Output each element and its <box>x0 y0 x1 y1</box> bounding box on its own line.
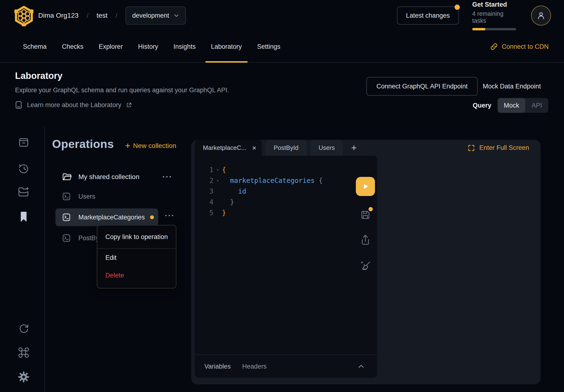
enter-fullscreen-button[interactable]: Enter Full Screen <box>468 140 529 156</box>
menu-item-copy-link[interactable]: Copy link to operation <box>97 225 176 248</box>
operation-label: MarketplaceCategories <box>78 214 145 221</box>
operation-row-users[interactable]: Users <box>44 189 191 204</box>
code-line: 2 ▾ marketplaceCategories { <box>195 175 323 186</box>
variables-tab[interactable]: Variables <box>204 363 231 370</box>
user-avatar[interactable] <box>531 5 551 26</box>
code-line: 4 } <box>195 197 323 208</box>
learn-more-link[interactable]: Learn more about the Laboratory <box>15 101 132 109</box>
bookmark-icon[interactable] <box>18 211 29 223</box>
hive-logo-icon[interactable] <box>14 6 33 26</box>
tab-insights[interactable]: Insights <box>166 31 203 62</box>
get-started-progressbar <box>472 28 516 30</box>
tab-checks[interactable]: Checks <box>54 31 91 62</box>
operation-icon <box>62 213 71 222</box>
line-number: 3 <box>195 187 213 195</box>
top-header: Dima Org123 / test / development Latest … <box>0 0 564 31</box>
get-started-title: Get Started <box>472 1 518 8</box>
notification-dot <box>454 4 460 10</box>
mock-data-endpoint-button[interactable]: Mock Data Endpoint <box>483 77 541 96</box>
editor-tab-postbyid[interactable]: PostById <box>265 140 307 156</box>
operation-icon <box>62 192 71 201</box>
new-collection-folder-icon[interactable] <box>18 186 30 197</box>
target-selector[interactable]: development <box>125 6 186 25</box>
breadcrumb: Dima Org123 / test / development <box>38 0 186 31</box>
breadcrumb-org[interactable]: Dima Org123 <box>38 12 79 19</box>
left-icon-rail <box>0 127 44 392</box>
line-number: 4 <box>195 198 213 206</box>
fold-arrow-icon[interactable]: ▾ <box>213 178 222 183</box>
breadcrumb-separator: / <box>116 12 117 19</box>
connect-cdn-link[interactable]: Connect to CDN <box>490 43 549 50</box>
add-tab-button[interactable]: + <box>347 140 361 156</box>
connect-cdn-label: Connect to CDN <box>502 43 549 50</box>
refresh-icon[interactable] <box>18 322 29 334</box>
menu-item-delete[interactable]: Delete <box>97 266 176 284</box>
breadcrumb-separator: / <box>87 12 88 19</box>
enter-fullscreen-label: Enter Full Screen <box>479 144 529 152</box>
book-icon <box>15 101 22 109</box>
operation-row-marketplacecategories[interactable]: MarketplaceCategories <box>55 209 158 226</box>
editor-tab-label: PostById <box>274 144 299 152</box>
tab-laboratory[interactable]: Laboratory <box>203 31 249 62</box>
toggle-option-api[interactable]: API <box>525 98 548 113</box>
new-collection-button[interactable]: + New collection <box>125 141 176 150</box>
latest-changes-button[interactable]: Latest changes <box>397 6 459 25</box>
editor-tab-users[interactable]: Users <box>310 140 343 156</box>
query-editor[interactable]: 1 ▾ { 2 ▾ marketplaceCategories { 3 id 4 <box>195 156 377 378</box>
get-started-widget[interactable]: Get Started 4 remaining tasks <box>472 1 518 30</box>
target-selector-value: development <box>132 12 169 19</box>
history-clock-icon[interactable] <box>18 163 29 174</box>
rail-divider <box>44 127 45 392</box>
share-operation-button[interactable] <box>360 234 371 246</box>
external-link-icon <box>126 102 132 108</box>
new-collection-label: New collection <box>133 142 176 150</box>
learn-more-label: Learn more about the Laboratory <box>27 101 121 109</box>
code-line: 3 id <box>195 186 323 197</box>
collection-row[interactable]: My shared collection ··· <box>44 169 191 184</box>
operation-icon <box>62 234 71 242</box>
editor-actions <box>355 177 375 272</box>
command-palette-icon[interactable] <box>18 347 30 359</box>
collections-archive-icon[interactable] <box>18 137 29 148</box>
editor-tabs: MarketplaceC... × PostById Users + <box>195 140 361 156</box>
query-label: Query <box>473 102 491 109</box>
page-title: Laboratory <box>15 71 62 81</box>
collection-menu-dots[interactable]: ··· <box>163 173 173 181</box>
tab-schema[interactable]: Schema <box>15 31 54 62</box>
fold-arrow-icon[interactable]: ▾ <box>213 168 222 172</box>
connect-graphql-endpoint-button[interactable]: Connect GraphQL API Endpoint <box>366 77 478 96</box>
get-started-subtitle: 4 remaining tasks <box>472 10 518 24</box>
tab-settings[interactable]: Settings <box>249 31 288 62</box>
laboratory-page: Dima Org123 / test / development Latest … <box>0 0 564 392</box>
menu-item-edit[interactable]: Edit <box>97 249 176 266</box>
latest-changes-label: Latest changes <box>406 12 450 19</box>
operations-title: Operations <box>52 138 114 151</box>
operation-label: Users <box>78 193 95 200</box>
code-area[interactable]: 1 ▾ { 2 ▾ marketplaceCategories { 3 id 4 <box>195 165 323 218</box>
query-mode-row: Query Mock API <box>473 98 548 113</box>
toggle-option-mock[interactable]: Mock <box>497 98 525 113</box>
breadcrumb-project[interactable]: test <box>96 12 108 19</box>
fullscreen-icon <box>468 144 475 152</box>
collection-name: My shared collection <box>78 173 139 181</box>
primary-nav: Schema Checks Explorer History Insights … <box>0 31 564 63</box>
editor-tab-marketplacecategories[interactable]: MarketplaceC... × <box>195 140 262 156</box>
tab-history[interactable]: History <box>130 31 166 62</box>
chevron-up-icon[interactable] <box>358 364 365 369</box>
prettify-broom-icon[interactable] <box>359 259 371 272</box>
operation-menu-dots[interactable]: ··· <box>165 211 175 220</box>
code-line: 5 } <box>195 208 323 218</box>
header-right: Latest changes Get Started 4 remaining t… <box>397 0 551 31</box>
line-number: 2 <box>195 177 213 184</box>
editor-footer: Variables Headers <box>195 354 377 378</box>
unsaved-dot <box>369 207 373 211</box>
tab-explorer[interactable]: Explorer <box>91 31 130 62</box>
headers-tab[interactable]: Headers <box>242 363 267 370</box>
execute-query-button[interactable] <box>356 177 375 196</box>
person-icon <box>536 11 546 20</box>
settings-gear-icon[interactable] <box>18 371 30 383</box>
nav-tabs: Schema Checks Explorer History Insights … <box>15 31 288 62</box>
editor-tab-label: Users <box>318 144 335 152</box>
save-operation-button[interactable] <box>360 209 371 220</box>
close-icon[interactable]: × <box>252 144 256 152</box>
